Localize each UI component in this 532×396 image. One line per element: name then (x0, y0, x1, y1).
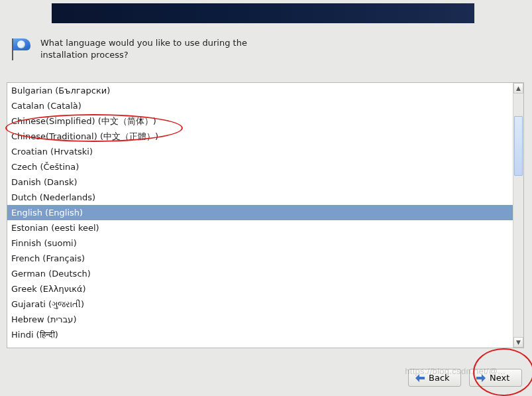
prompt-text: What language would you like to use duri… (40, 37, 247, 60)
language-option[interactable]: Chinese(Simplified) (中文（简体）) (7, 113, 513, 129)
language-option[interactable]: Catalan (Català) (7, 98, 513, 113)
language-option-label: Estonian (eesti keel) (11, 223, 99, 233)
language-option-label: Greek (Ελληνικά) (11, 284, 86, 294)
language-option[interactable]: German (Deutsch) (7, 266, 513, 281)
language-flag-icon (9, 37, 32, 60)
language-option[interactable]: Bulgarian (Български) (7, 83, 513, 98)
language-option[interactable]: Chinese(Traditional) (中文（正體）) (7, 129, 513, 144)
language-option-label: Czech (Čeština) (11, 162, 79, 172)
prompt-line2: installation process? (40, 49, 247, 61)
watermark-text: https://blog.csdn.net/@... (405, 366, 505, 376)
language-option-label: Dutch (Nederlands) (11, 192, 95, 202)
scroll-thumb[interactable] (514, 116, 523, 176)
scrollbar[interactable]: ▲ ▼ (513, 83, 523, 348)
language-option-label: German (Deutsch) (11, 269, 91, 279)
language-option-label: Croatian (Hrvatski) (11, 147, 93, 157)
language-option[interactable]: English (English) (7, 205, 513, 220)
language-option[interactable]: Gujarati (ગુજરાતી) (7, 297, 513, 312)
prompt-row: What language would you like to use duri… (9, 37, 247, 60)
language-option-label: English (English) (11, 208, 83, 218)
language-option[interactable]: Danish (Dansk) (7, 174, 513, 190)
language-option[interactable]: Hebrew (עברית) (7, 312, 513, 327)
language-option-label: Bulgarian (Български) (11, 86, 110, 96)
language-option-label: Chinese(Traditional) (中文（正體）) (11, 131, 158, 141)
language-option-label: Chinese(Simplified) (中文（简体）) (11, 116, 156, 126)
header-banner (52, 3, 474, 23)
language-option-label: Hindi (हिन्दी) (11, 330, 58, 340)
language-option-label: French (Français) (11, 253, 85, 263)
language-option[interactable]: Finnish (suomi) (7, 235, 513, 251)
language-option[interactable]: Greek (Ελληνικά) (7, 281, 513, 297)
language-option[interactable]: Estonian (eesti keel) (7, 220, 513, 235)
language-option-label: Catalan (Català) (11, 101, 81, 111)
scroll-up-button[interactable]: ▲ (513, 83, 523, 94)
language-option[interactable]: Croatian (Hrvatski) (7, 144, 513, 159)
language-option[interactable]: Dutch (Nederlands) (7, 190, 513, 205)
language-listbox[interactable]: Bulgarian (Български)Catalan (Català)Chi… (7, 83, 513, 348)
language-listbox-wrap: Bulgarian (Български)Catalan (Català)Chi… (7, 82, 524, 348)
language-option-label: Gujarati (ગુજરાતી) (11, 299, 84, 309)
language-option-label: Hebrew (עברית) (11, 314, 76, 324)
language-option-label: Finnish (suomi) (11, 238, 77, 248)
language-option[interactable]: French (Français) (7, 251, 513, 266)
language-option[interactable]: Czech (Čeština) (7, 159, 513, 174)
prompt-line1: What language would you like to use duri… (40, 37, 247, 49)
language-option[interactable]: Hindi (हिन्दी) (7, 327, 513, 342)
scroll-down-button[interactable]: ▼ (513, 337, 523, 348)
language-option-label: Danish (Dansk) (11, 177, 78, 187)
